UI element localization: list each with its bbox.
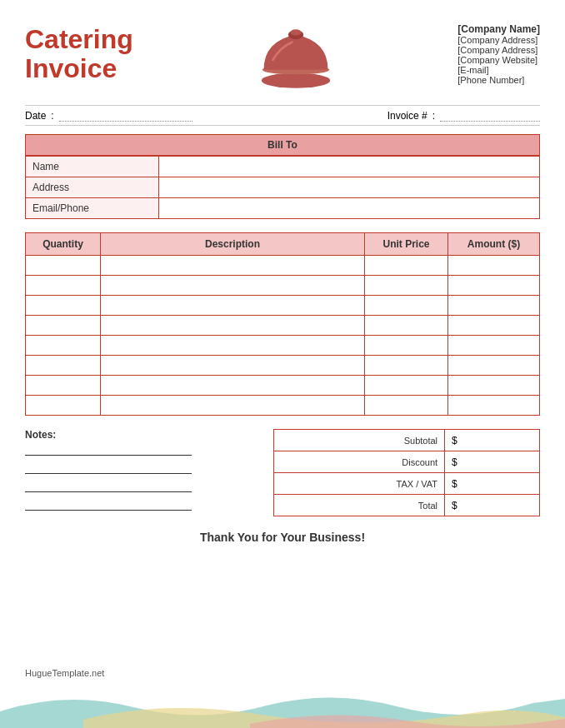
col-header-unit-price: Unit Price <box>365 233 448 256</box>
qty-cell[interactable] <box>26 396 101 416</box>
price-cell[interactable] <box>365 296 448 316</box>
price-cell[interactable] <box>365 316 448 336</box>
svg-point-3 <box>290 29 301 35</box>
totals-row-tax---vat: TAX / VAT $ <box>274 473 540 495</box>
table-row <box>26 396 540 416</box>
price-cell[interactable] <box>365 276 448 296</box>
title-invoice: Invoice <box>25 54 133 83</box>
header-right: [Company Name] [Company Address] [Compan… <box>458 23 540 85</box>
company-website: [Company Website] <box>458 55 540 65</box>
catering-icon <box>250 17 342 92</box>
price-cell[interactable] <box>365 396 448 416</box>
bottom-section: Notes: Subtotal $ Discount $ TAX / VAT $… <box>25 429 540 517</box>
invoice-field[interactable] <box>440 109 540 122</box>
totals-value[interactable]: $ <box>445 451 540 473</box>
desc-cell[interactable] <box>101 376 365 396</box>
company-name: [Company Name] <box>458 23 540 35</box>
company-address2: [Company Address] <box>458 45 540 55</box>
totals-label: Discount <box>274 451 445 473</box>
notes-section: Notes: <box>25 429 273 517</box>
amount-cell[interactable] <box>448 356 540 376</box>
price-cell[interactable] <box>365 376 448 396</box>
qty-cell[interactable] <box>26 256 101 276</box>
bill-to-row: Address <box>26 177 540 198</box>
items-section: QuantityDescriptionUnit PriceAmount ($) <box>25 232 540 416</box>
bill-to-section: Bill To Name Address Email/Phone <box>25 134 540 219</box>
date-invoice-row: Date : Invoice # : <box>25 105 540 126</box>
col-header-amount----: Amount ($) <box>448 233 540 256</box>
bill-to-label-2: Email/Phone <box>26 198 159 219</box>
date-label: Date <box>25 110 46 122</box>
table-row <box>26 256 540 276</box>
bill-to-table: Name Address Email/Phone <box>25 156 540 219</box>
invoice-separator: : <box>432 110 435 122</box>
notes-line-4[interactable] <box>25 499 192 511</box>
notes-line-1[interactable] <box>25 444 192 456</box>
thank-you: Thank You for Your Business! <box>25 531 540 544</box>
desc-cell[interactable] <box>101 296 365 316</box>
qty-cell[interactable] <box>26 336 101 356</box>
notes-line-2[interactable] <box>25 462 192 474</box>
bill-to-header: Bill To <box>25 134 540 156</box>
price-cell[interactable] <box>365 336 448 356</box>
table-row <box>26 376 540 396</box>
totals-label: Total <box>274 495 445 516</box>
items-table: QuantityDescriptionUnit PriceAmount ($) <box>25 232 540 416</box>
page: Catering Invoice [Company Name] <box>0 0 565 728</box>
totals-table: Subtotal $ Discount $ TAX / VAT $ Total … <box>273 429 540 516</box>
company-email: [E-mail] <box>458 65 540 75</box>
title-catering: Catering <box>25 25 133 54</box>
header-left: Catering Invoice <box>25 25 133 83</box>
qty-cell[interactable] <box>26 376 101 396</box>
totals-value[interactable]: $ <box>445 495 540 516</box>
notes-line-3[interactable] <box>25 481 192 492</box>
amount-cell[interactable] <box>448 396 540 416</box>
company-address1: [Company Address] <box>458 35 540 45</box>
bill-to-value-1[interactable] <box>159 177 540 198</box>
qty-cell[interactable] <box>26 356 101 376</box>
col-header-quantity: Quantity <box>26 233 101 256</box>
qty-cell[interactable] <box>26 276 101 296</box>
desc-cell[interactable] <box>101 316 365 336</box>
price-cell[interactable] <box>365 356 448 376</box>
price-cell[interactable] <box>365 256 448 276</box>
invoice-section: Invoice # : <box>388 109 540 122</box>
bill-to-row: Email/Phone <box>26 198 540 219</box>
amount-cell[interactable] <box>448 316 540 336</box>
desc-cell[interactable] <box>101 276 365 296</box>
header: Catering Invoice [Company Name] <box>25 17 540 92</box>
qty-cell[interactable] <box>26 296 101 316</box>
bill-to-row: Name <box>26 157 540 177</box>
col-header-description: Description <box>101 233 365 256</box>
table-row <box>26 296 540 316</box>
totals-value[interactable]: $ <box>445 473 540 495</box>
notes-label: Notes: <box>25 429 265 441</box>
date-section: Date : <box>25 109 384 122</box>
desc-cell[interactable] <box>101 336 365 356</box>
amount-cell[interactable] <box>448 256 540 276</box>
date-separator: : <box>51 110 53 122</box>
date-field[interactable] <box>59 109 192 122</box>
totals-row-discount: Discount $ <box>274 451 540 473</box>
totals-label: TAX / VAT <box>274 473 445 495</box>
table-row <box>26 316 540 336</box>
totals-label: Subtotal <box>274 430 445 451</box>
qty-cell[interactable] <box>26 316 101 336</box>
desc-cell[interactable] <box>101 356 365 376</box>
bill-to-label-0: Name <box>26 157 159 177</box>
bill-to-value-2[interactable] <box>159 198 540 219</box>
totals-value[interactable]: $ <box>445 430 540 451</box>
amount-cell[interactable] <box>448 276 540 296</box>
decorative-waves <box>0 682 565 728</box>
amount-cell[interactable] <box>448 296 540 316</box>
desc-cell[interactable] <box>101 396 365 416</box>
totals-row-subtotal: Subtotal $ <box>274 430 540 451</box>
table-row <box>26 336 540 356</box>
footer-brand: HugueTemplate.net <box>25 668 104 678</box>
company-phone: [Phone Number] <box>458 75 540 85</box>
bill-to-value-0[interactable] <box>159 157 540 177</box>
amount-cell[interactable] <box>448 336 540 356</box>
amount-cell[interactable] <box>448 376 540 396</box>
desc-cell[interactable] <box>101 256 365 276</box>
totals-row-total: Total $ <box>274 495 540 516</box>
